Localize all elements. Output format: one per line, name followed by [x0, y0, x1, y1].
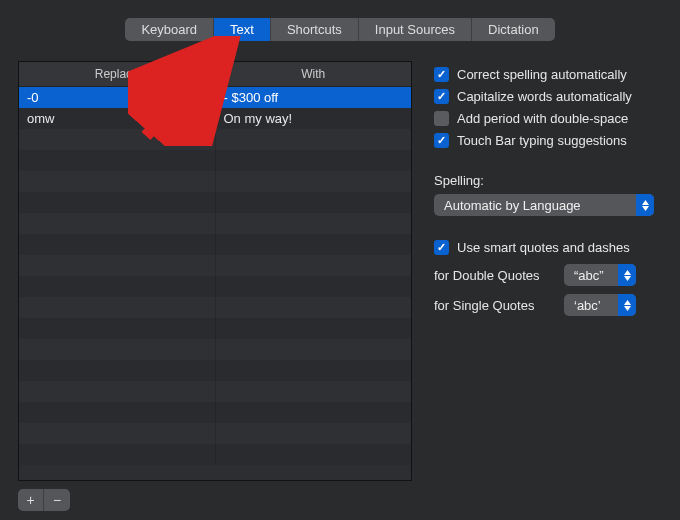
remove-button[interactable]: −	[44, 489, 70, 511]
single-quotes-value: ‘abc’	[574, 298, 601, 313]
tab-text[interactable]: Text	[214, 18, 271, 41]
tab-shortcuts[interactable]: Shortcuts	[271, 18, 359, 41]
sort-indicator-icon: ⌃	[199, 68, 207, 78]
dropdown-caret-icon	[618, 294, 636, 316]
checkbox-add-period[interactable]	[434, 111, 449, 126]
column-header-replace-label: Replace	[95, 67, 139, 81]
add-remove-group: + −	[18, 489, 70, 511]
double-quotes-value: “abc”	[574, 268, 604, 283]
cell-with: - $300 off	[216, 87, 412, 108]
table-row[interactable]	[19, 255, 411, 276]
double-quotes-dropdown[interactable]: “abc”	[564, 264, 636, 286]
label-touch-bar: Touch Bar typing suggestions	[457, 133, 627, 148]
tab-keyboard[interactable]: Keyboard	[125, 18, 214, 41]
column-header-with-label: With	[301, 67, 325, 81]
table-row[interactable]	[19, 234, 411, 255]
tab-dictation[interactable]: Dictation	[472, 18, 555, 41]
table-row[interactable]	[19, 444, 411, 465]
dropdown-caret-icon	[636, 194, 654, 216]
table-row[interactable]	[19, 402, 411, 423]
table-row[interactable]	[19, 150, 411, 171]
table-row[interactable]	[19, 129, 411, 150]
label-smart-quotes: Use smart quotes and dashes	[457, 240, 630, 255]
table-row[interactable]	[19, 297, 411, 318]
table-row[interactable]	[19, 339, 411, 360]
spelling-dropdown-value: Automatic by Language	[444, 198, 581, 213]
table-row[interactable]	[19, 171, 411, 192]
label-add-period: Add period with double-space	[457, 111, 628, 126]
single-quotes-label: for Single Quotes	[434, 298, 554, 313]
label-capitalize-words: Capitalize words automatically	[457, 89, 632, 104]
add-button[interactable]: +	[18, 489, 44, 511]
table-row[interactable]: omwOn my way!	[19, 108, 411, 129]
replacements-table: Replace ⌃ With -0- $300 offomwOn my way!	[18, 61, 412, 481]
cell-replace: omw	[19, 108, 216, 129]
checkbox-touch-bar[interactable]: ✓	[434, 133, 449, 148]
cell-with: On my way!	[216, 108, 412, 129]
table-row[interactable]: -0- $300 off	[19, 87, 411, 108]
cell-replace: -0	[19, 87, 216, 108]
tab-bar: Keyboard Text Shortcuts Input Sources Di…	[0, 0, 680, 41]
table-row[interactable]	[19, 360, 411, 381]
table-row[interactable]	[19, 276, 411, 297]
table-row[interactable]	[19, 213, 411, 234]
label-correct-spelling: Correct spelling automatically	[457, 67, 627, 82]
column-header-replace[interactable]: Replace ⌃	[19, 62, 216, 86]
checkbox-capitalize-words[interactable]: ✓	[434, 89, 449, 104]
checkbox-correct-spelling[interactable]: ✓	[434, 67, 449, 82]
spelling-dropdown[interactable]: Automatic by Language	[434, 194, 654, 216]
table-row[interactable]	[19, 423, 411, 444]
table-row[interactable]	[19, 318, 411, 339]
checkbox-smart-quotes[interactable]: ✓	[434, 240, 449, 255]
table-row[interactable]	[19, 192, 411, 213]
tab-input-sources[interactable]: Input Sources	[359, 18, 472, 41]
single-quotes-dropdown[interactable]: ‘abc’	[564, 294, 636, 316]
column-header-with[interactable]: With	[216, 62, 412, 86]
spelling-section-label: Spelling:	[434, 173, 662, 188]
table-body: -0- $300 offomwOn my way!	[19, 87, 411, 480]
table-row[interactable]	[19, 381, 411, 402]
dropdown-caret-icon	[618, 264, 636, 286]
double-quotes-label: for Double Quotes	[434, 268, 554, 283]
